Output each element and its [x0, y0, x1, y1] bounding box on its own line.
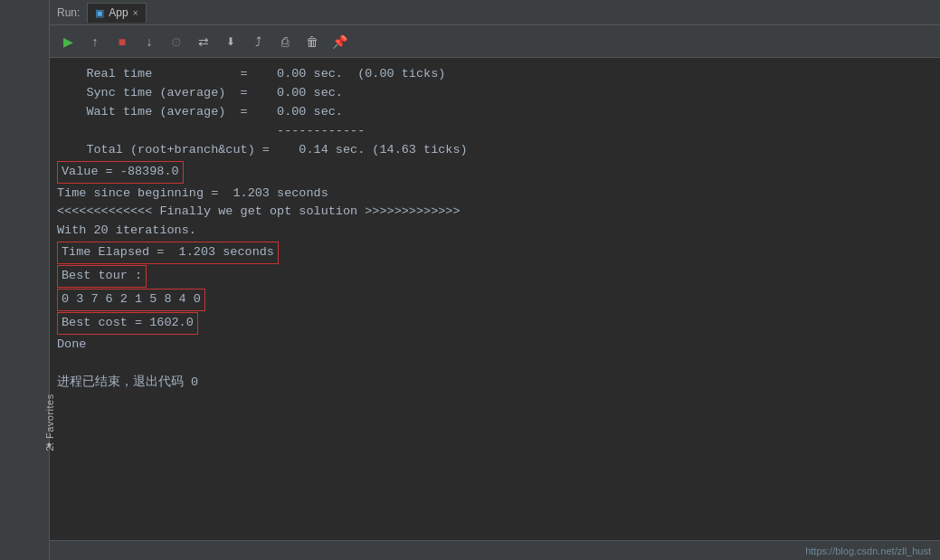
- pin-icon: 📌: [332, 34, 347, 49]
- rerun-icon: ⇄: [198, 34, 209, 49]
- up-icon: ↑: [92, 34, 99, 49]
- watermark-bar: https://blog.csdn.net/zll_hust: [50, 540, 940, 560]
- console-line-best-tour-vals: 0 3 7 6 2 1 5 8 4 0: [57, 289, 929, 311]
- print-icon: ⎙: [281, 34, 289, 49]
- tab-label: App: [109, 6, 128, 19]
- console-line-time-since: Time since beginning = 1.203 seconds: [57, 185, 929, 204]
- console-line-3: Wait time (average) = 0.00 sec.: [57, 103, 929, 122]
- stop-icon: ■: [119, 34, 126, 49]
- down-button[interactable]: ↓: [137, 29, 162, 54]
- best-tour-vals-highlight-box: 0 3 7 6 2 1 5 8 4 0: [57, 289, 205, 311]
- tab-icon: ▣: [95, 7, 104, 19]
- delete-icon: 🗑: [306, 34, 318, 49]
- down-icon: ↓: [147, 34, 153, 49]
- sidebar-toolbar: [0, 0, 49, 14]
- import-icon: ⬇: [226, 35, 235, 48]
- console-line-1: Real time = 0.00 sec. (0.00 ticks): [57, 65, 929, 84]
- favorites-text: 2: Favorites: [44, 394, 55, 451]
- delete-button[interactable]: 🗑: [299, 29, 325, 54]
- tab-close-button[interactable]: ×: [133, 8, 138, 18]
- exit-button[interactable]: ⤴: [245, 29, 271, 54]
- camera-button[interactable]: ⊙: [164, 29, 189, 54]
- rerun-button[interactable]: ⇄: [191, 29, 216, 54]
- console-line-time-elapsed: Time Elapsed = 1.203 seconds: [57, 242, 929, 264]
- import-button[interactable]: ⬇: [218, 29, 243, 54]
- camera-icon: ⊙: [171, 34, 182, 49]
- console-line-5: Total (root+branch&cut) = 0.14 sec. (14.…: [57, 141, 929, 160]
- play-icon: ▶: [63, 34, 73, 49]
- print-button[interactable]: ⎙: [272, 29, 298, 54]
- console-line-opt: <<<<<<<<<<<<< Finally we get opt solutio…: [57, 203, 929, 222]
- exit-icon: ⤴: [255, 34, 261, 49]
- value-highlight-box: Value = -88398.0: [57, 161, 184, 184]
- run-label: Run:: [57, 6, 80, 19]
- play-button[interactable]: ▶: [55, 29, 81, 54]
- console-line-iter: With 20 iterations.: [57, 222, 929, 241]
- console-line-empty: [57, 355, 929, 374]
- console-line-best-tour-label: Best tour :: [57, 265, 929, 288]
- stop-button[interactable]: ■: [109, 29, 135, 54]
- console-line-4: ------------: [57, 122, 929, 141]
- console-output[interactable]: Real time = 0.00 sec. (0.00 ticks) Sync …: [50, 58, 940, 540]
- top-bar: Run: ▣ App ×: [50, 0, 940, 25]
- app-tab[interactable]: ▣ App ×: [87, 3, 146, 23]
- toolbar: ▶ ↑ ■ ↓ ⊙ ⇄ ⬇ ⤴ ⎙ 🗑 📌: [50, 25, 940, 58]
- favorites-label: 2: Favorites ★: [24, 417, 74, 451]
- watermark-text: https://blog.csdn.net/zll_hust: [805, 546, 931, 556]
- console-line-2: Sync time (average) = 0.00 sec.: [57, 84, 929, 103]
- console-line-value: Value = -88398.0: [57, 161, 929, 184]
- console-line-done: Done: [57, 336, 929, 355]
- console-line-best-cost: Best cost = 1602.0: [57, 312, 929, 335]
- best-cost-highlight-box: Best cost = 1602.0: [57, 312, 198, 335]
- console-line-exit: 进程已结束，退出代码 0: [57, 374, 929, 393]
- time-elapsed-highlight-box: Time Elapsed = 1.203 seconds: [57, 242, 279, 264]
- main-area: Run: ▣ App × ▶ ↑ ■ ↓ ⊙ ⇄ ⬇ ⤴: [50, 0, 940, 560]
- sidebar: 2: Favorites ★: [0, 0, 50, 560]
- up-button[interactable]: ↑: [82, 29, 108, 54]
- best-tour-highlight-box: Best tour :: [57, 265, 147, 288]
- pin-button[interactable]: 📌: [327, 29, 352, 54]
